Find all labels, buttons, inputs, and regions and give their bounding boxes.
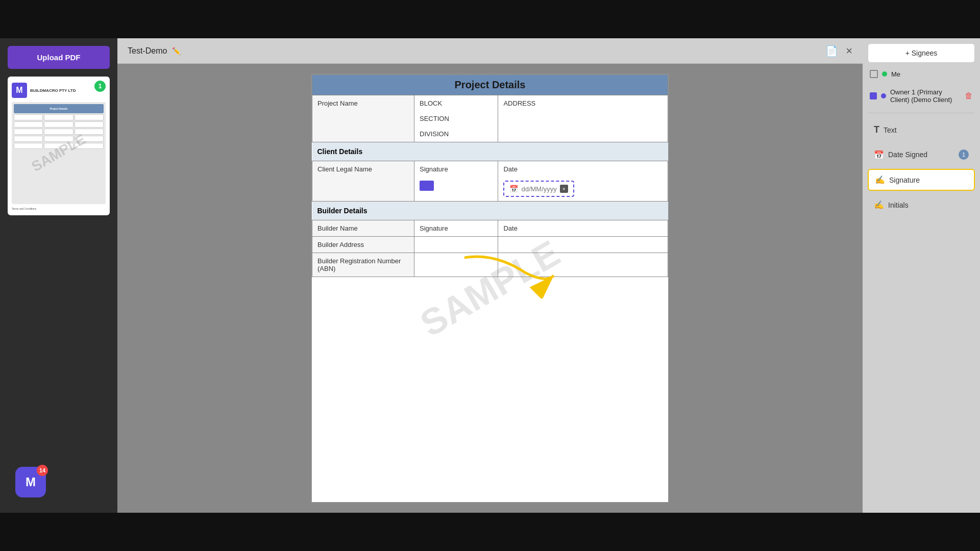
- tool-item-date-signed[interactable]: 📅 Date Signed 1: [868, 144, 975, 165]
- thumb-cell: [44, 129, 73, 135]
- builder-abn-sig-cell: [414, 253, 498, 277]
- signee-name-me: Me: [891, 70, 900, 78]
- signee-item-me: Me: [868, 67, 975, 81]
- thumb-cell: [75, 129, 104, 135]
- table-row: Client Details: [312, 142, 668, 161]
- upload-pdf-button[interactable]: Upload PDF: [8, 46, 110, 69]
- thumb-row-5: [14, 143, 104, 149]
- client-signature-cell: Signature: [414, 161, 498, 202]
- thumb-cell: [75, 114, 104, 120]
- table-row: Builder Registration Number (ABN): [312, 253, 668, 277]
- app-icon[interactable]: M 14: [15, 467, 46, 497]
- signee-delete-owner[interactable]: 🗑: [965, 91, 973, 101]
- table-row: Project Details: [312, 75, 668, 95]
- client-date-cell: Date 📅 dd/MM/yyyy ×: [498, 161, 668, 202]
- doc-title: Test-Demo: [128, 46, 167, 56]
- builder-name-label: Builder Name: [312, 220, 414, 237]
- thumbnail-header: M BUILDMACRO PTY LTD: [12, 81, 106, 100]
- thumbnail-logo: M: [12, 83, 27, 98]
- tool-item-signature[interactable]: ✍️ Signature: [868, 169, 975, 191]
- close-button[interactable]: ×: [846, 44, 852, 58]
- builder-address-label: Builder Address: [312, 237, 414, 253]
- thumb-cell: [14, 143, 43, 149]
- table-row: Builder Address: [312, 237, 668, 253]
- thumb-cell: [14, 136, 43, 142]
- date-field[interactable]: 📅 dd/MM/yyyy ×: [503, 181, 574, 197]
- thumb-row-1: [14, 114, 104, 120]
- thumbnail-company: BUILDMACRO PTY LTD: [30, 88, 76, 93]
- date-close-button[interactable]: ×: [560, 185, 568, 193]
- text-tool-label: Text: [884, 126, 897, 134]
- pdf-thumbnail: M BUILDMACRO PTY LTD 1 Project Details: [8, 77, 110, 215]
- thumb-cell: [14, 114, 43, 120]
- thumb-cell: [75, 143, 104, 149]
- thumb-cell: [44, 121, 73, 128]
- thumb-row-2: [14, 121, 104, 128]
- project-block-cell: BLOCKSECTIONDIVISION: [414, 95, 498, 142]
- signature-tool-label: Signature: [889, 176, 920, 184]
- pdf-table: Project Details Project Name BLOCKSECTIO…: [312, 74, 668, 277]
- thumb-cell: [14, 129, 43, 135]
- signee-checkbox-me[interactable]: [870, 70, 878, 78]
- client-legal-name-label: Client Legal Name: [312, 161, 414, 202]
- thumb-row-4: [14, 136, 104, 142]
- signee-square-owner: [870, 92, 877, 99]
- sidebar-divider: [868, 113, 975, 113]
- thumb-cell: [44, 114, 73, 120]
- thumb-cell: [44, 143, 73, 149]
- date-signed-icon: 📅: [874, 150, 884, 160]
- edit-icon[interactable]: ✏️: [172, 47, 181, 55]
- doc-header: Test-Demo ✏️ 📄 ×: [117, 38, 863, 64]
- app-icon-letter: M: [26, 475, 36, 489]
- left-sidebar: Upload PDF M BUILDMACRO PTY LTD 1 Projec…: [0, 38, 117, 513]
- calendar-icon: 📅: [509, 185, 518, 193]
- thumb-cell: [14, 121, 43, 128]
- builder-details-header: Builder Details: [312, 202, 668, 220]
- date-signed-count: 1: [959, 149, 969, 160]
- tool-item-text[interactable]: T Text: [868, 119, 975, 140]
- table-row: Builder Details: [312, 202, 668, 220]
- doc-content: SAMPLE Project Details Project Name BLOC…: [117, 64, 863, 513]
- project-details-header: Project Details: [312, 75, 668, 95]
- thumb-cell: [75, 136, 104, 142]
- thumb-table-header: Project Details: [14, 104, 104, 113]
- thumb-header-text: Project Details: [50, 107, 68, 110]
- tool-item-initials[interactable]: ✍️ Initials: [868, 195, 975, 215]
- builder-abn-label: Builder Registration Number (ABN): [312, 253, 414, 277]
- right-sidebar: + Signees Me Owner 1 (Primary Client) (D…: [863, 38, 980, 513]
- builder-date-cell: Date: [498, 220, 668, 237]
- initials-tool-label: Initials: [888, 201, 909, 209]
- table-row: Client Legal Name Signature Date 📅 dd/MM: [312, 161, 668, 202]
- thumbnail-footer: Terms and Conditions: [12, 206, 106, 211]
- file-icon[interactable]: 📄: [825, 45, 838, 57]
- app-icon-badge: 14: [37, 465, 48, 476]
- initials-tool-icon: ✍️: [874, 200, 884, 210]
- client-details-header: Client Details: [312, 142, 668, 161]
- signee-dot-owner: [881, 93, 886, 98]
- date-placeholder: dd/MM/yyyy: [521, 185, 556, 193]
- text-tool-icon: T: [874, 124, 879, 135]
- main-content: Upload PDF M BUILDMACRO PTY LTD 1 Projec…: [0, 38, 980, 513]
- builder-abn-date-cell: [498, 253, 668, 277]
- date-signed-label: Date Signed: [888, 151, 927, 159]
- table-row: Project Name BLOCKSECTIONDIVISION ADDRES…: [312, 95, 668, 142]
- thumb-cell: [75, 121, 104, 128]
- builder-address-sig-cell: [414, 237, 498, 253]
- thumb-cell: [44, 136, 73, 142]
- table-row: Builder Name Signature Date: [312, 220, 668, 237]
- signee-name-owner: Owner 1 (Primary Client) (Demo Client): [890, 88, 961, 104]
- thumbnail-badge: 1: [94, 81, 106, 92]
- builder-signature-cell: Signature: [414, 220, 498, 237]
- signees-button[interactable]: + Signees: [868, 43, 975, 63]
- signature-tool-icon: ✍️: [875, 175, 885, 185]
- doc-header-right: 📄 ×: [825, 44, 852, 58]
- top-bar: [0, 0, 980, 38]
- project-name-label: Project Name: [312, 95, 414, 142]
- signee-item-owner: Owner 1 (Primary Client) (Demo Client) 🗑: [868, 85, 975, 107]
- thumb-row-3: [14, 129, 104, 135]
- signee-dot-me: [882, 71, 887, 77]
- signature-block: [420, 181, 434, 191]
- doc-area: Test-Demo ✏️ 📄 × SAMPLE Project Details …: [117, 38, 863, 513]
- bottom-bar: [0, 513, 980, 551]
- thumbnail-content: Project Details: [12, 102, 106, 204]
